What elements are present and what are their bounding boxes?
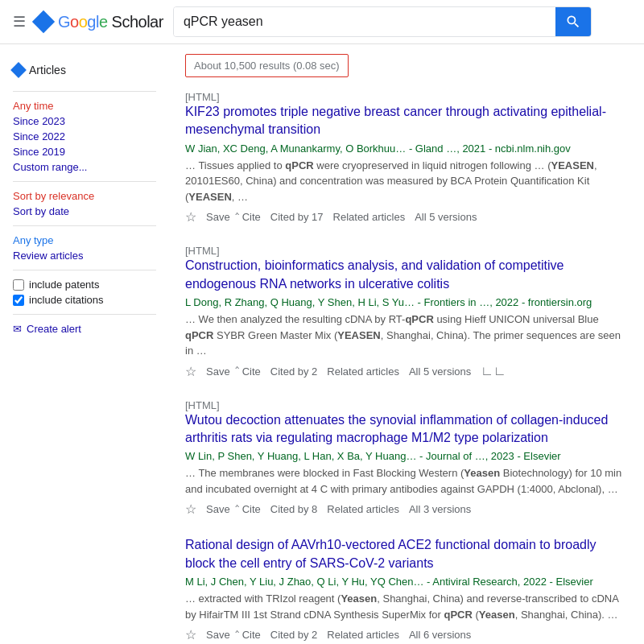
cited-by-link[interactable]: Cited by 2 <box>270 365 318 378</box>
versions-link[interactable]: All 5 versions <box>415 211 477 223</box>
since-2019-link[interactable]: Since 2019 <box>13 146 156 158</box>
related-articles-link[interactable]: Related articles <box>327 629 399 641</box>
sort-relevance-label: Sort by relevance <box>13 190 156 202</box>
save-star-icon[interactable]: ☆ <box>185 364 196 379</box>
save-link[interactable]: Save <box>206 629 230 641</box>
result-title-line: Rational design of AAVrh10-vectored ACE2… <box>185 536 628 572</box>
cite-link[interactable]: ꛰꛰ Cite <box>240 629 261 641</box>
cited-by-link[interactable]: Cited by 8 <box>270 503 318 515</box>
save-link[interactable]: Save <box>206 211 230 223</box>
since-2023-link[interactable]: Since 2023 <box>13 115 156 127</box>
more-icon[interactable]: ∟∟ <box>481 364 506 378</box>
articles-diamond-icon <box>10 62 27 78</box>
result-actions: ☆ Save ꛰꛰ Cite Cited by 8 Related articl… <box>185 502 628 517</box>
include-patents-label: include patents <box>29 279 99 291</box>
sort-date-link[interactable]: Sort by date <box>13 205 156 217</box>
result-snippet: … Tissues applied to qPCR were cryoprese… <box>185 158 628 205</box>
envelope-icon: ✉ <box>13 323 22 335</box>
result-authors: W Lin, P Shen, Y Huang, L Han, X Ba, Y H… <box>185 450 628 462</box>
cite-link[interactable]: ꛰꛰ Cite <box>240 211 261 223</box>
search-button[interactable] <box>555 7 591 36</box>
result-authors: W Jian, XC Deng, A Munankarmy, O Borkhuu… <box>185 142 628 155</box>
search-bar <box>173 6 592 37</box>
save-star-icon[interactable]: ☆ <box>185 209 196 225</box>
include-citations-row[interactable]: include citations <box>13 294 156 306</box>
related-articles-link[interactable]: Related articles <box>333 211 406 223</box>
results-list: [HTML] KIF23 promotes triple negative br… <box>185 90 628 644</box>
include-patents-row[interactable]: include patents <box>13 279 156 291</box>
result-title-line: [HTML] KIF23 promotes triple negative br… <box>185 90 628 139</box>
result-title-link[interactable]: Wutou decoction attenuates the synovial … <box>185 411 628 448</box>
versions-link[interactable]: All 6 versions <box>409 629 471 641</box>
include-patents-checkbox[interactable] <box>13 279 24 291</box>
result-tag: [HTML] <box>185 245 220 257</box>
include-citations-label: include citations <box>29 294 104 306</box>
result-tag: [HTML] <box>185 91 220 103</box>
sidebar: Articles Any time Since 2023 Since 2022 … <box>0 44 169 644</box>
result-item: [HTML] KIF23 promotes triple negative br… <box>185 90 628 225</box>
articles-nav[interactable]: Articles <box>13 57 156 83</box>
articles-label: Articles <box>29 64 66 76</box>
result-tag: [HTML] <box>185 399 220 411</box>
review-articles-link[interactable]: Review articles <box>13 250 156 262</box>
result-actions: ☆ Save ꛰꛰ Cite Cited by 2 Related articl… <box>185 364 628 379</box>
any-time-label: Any time <box>13 100 156 112</box>
sidebar-divider-4 <box>13 270 156 270</box>
content-area: About 10,500 results (0.08 sec) [HTML] K… <box>169 44 644 644</box>
save-star-icon[interactable]: ☆ <box>185 502 196 517</box>
create-alert-label: Create alert <box>27 323 81 335</box>
result-count: About 10,500 results <box>194 60 290 72</box>
related-articles-link[interactable]: Related articles <box>327 503 399 515</box>
logo: Google Scholar <box>35 13 163 31</box>
result-item: Rational design of AAVrh10-vectored ACE2… <box>185 536 628 642</box>
logo-o1: o <box>70 13 79 31</box>
result-item: [HTML] Construction, bioinformatics anal… <box>185 244 628 378</box>
logo-text: Google Scholar <box>58 13 163 31</box>
custom-range-link[interactable]: Custom range... <box>13 161 156 173</box>
cited-by-link[interactable]: Cited by 17 <box>270 211 324 223</box>
search-icon <box>565 14 581 30</box>
cite-link[interactable]: ꛰꛰ Cite <box>240 365 261 378</box>
result-authors: M Li, J Chen, Y Liu, J Zhao, Q Li, Y Hu,… <box>185 576 628 588</box>
versions-link[interactable]: All 5 versions <box>409 365 471 378</box>
cited-by-link[interactable]: Cited by 2 <box>270 629 318 641</box>
sidebar-divider-2 <box>13 181 156 182</box>
include-citations-checkbox[interactable] <box>13 295 24 306</box>
search-input[interactable] <box>174 7 555 36</box>
result-snippet: … The membranes were blocked in Fast Blo… <box>185 465 628 497</box>
sidebar-divider-5 <box>13 314 156 315</box>
cite-link[interactable]: ꛰꛰ Cite <box>240 503 261 515</box>
result-snippet: … We then analyzed the resulting cDNA by… <box>185 312 628 359</box>
result-actions: ☆ Save ꛰꛰ Cite Cited by 17 Related artic… <box>185 209 628 225</box>
sidebar-divider-1 <box>13 91 156 92</box>
save-link[interactable]: Save <box>206 503 230 515</box>
result-title-line: [HTML] Construction, bioinformatics anal… <box>185 244 628 293</box>
versions-link[interactable]: All 3 versions <box>409 503 471 515</box>
logo-g2: g <box>87 13 96 31</box>
result-actions: ☆ Save ꛰꛰ Cite Cited by 2 Related articl… <box>185 627 628 642</box>
result-item: [HTML] Wutou decoction attenuates the sy… <box>185 398 628 518</box>
result-snippet: … extracted with TRIzol reagent (Yeasen,… <box>185 591 628 622</box>
header: ☰ Google Scholar <box>0 0 644 44</box>
menu-icon[interactable]: ☰ <box>13 13 26 31</box>
result-stats: About 10,500 results (0.08 sec) <box>185 54 349 77</box>
logo-g: G <box>58 13 70 31</box>
logo-e: e <box>99 13 108 31</box>
logo-diamond <box>32 10 55 33</box>
related-articles-link[interactable]: Related articles <box>327 365 399 378</box>
result-title-link[interactable]: Construction, bioinformatics analysis, a… <box>185 257 628 293</box>
result-title-link[interactable]: Rational design of AAVrh10-vectored ACE2… <box>185 536 628 572</box>
logo-scholar: Scholar <box>108 13 163 31</box>
result-time: (0.08 sec) <box>293 60 340 72</box>
result-title-link[interactable]: KIF23 promotes triple negative breast ca… <box>185 103 628 139</box>
sidebar-divider-3 <box>13 225 156 226</box>
save-link[interactable]: Save <box>206 365 230 378</box>
any-type-label: Any type <box>13 234 156 246</box>
logo-o2: o <box>79 13 88 31</box>
result-title-line: [HTML] Wutou decoction attenuates the sy… <box>185 398 628 448</box>
since-2022-link[interactable]: Since 2022 <box>13 130 156 142</box>
create-alert-button[interactable]: ✉ Create alert <box>13 323 156 335</box>
save-star-icon[interactable]: ☆ <box>185 627 196 642</box>
result-authors: L Dong, R Zhang, Q Huang, Y Shen, H Li, … <box>185 296 628 308</box>
main-layout: Articles Any time Since 2023 Since 2022 … <box>0 44 644 644</box>
